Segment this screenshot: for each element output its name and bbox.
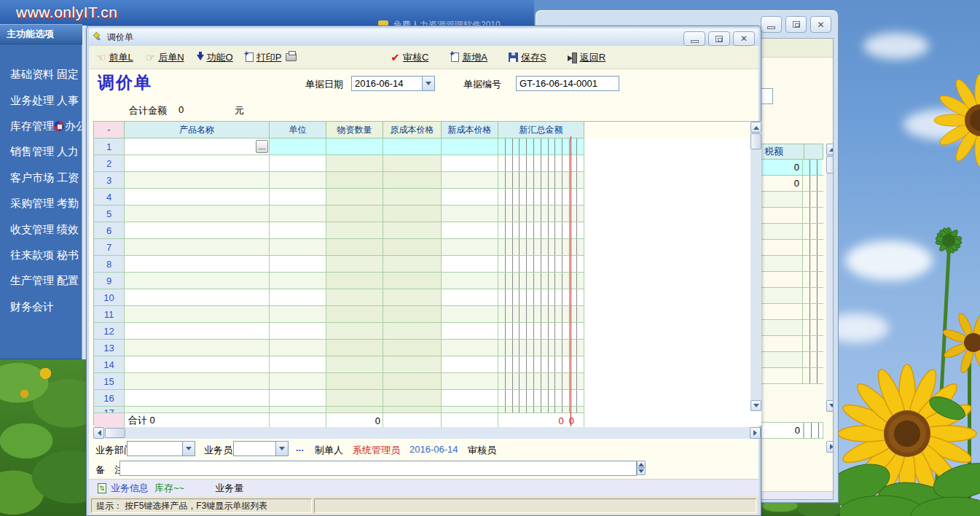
- dropdown-button[interactable]: [182, 442, 195, 456]
- grid-row[interactable]: 3 ...: [94, 172, 761, 189]
- maximize-button[interactable]: [785, 16, 807, 33]
- qty-cell[interactable]: [326, 222, 383, 239]
- new-price-cell[interactable]: [442, 306, 498, 323]
- product-name-cell[interactable]: ...: [125, 390, 270, 407]
- old-price-cell[interactable]: [383, 289, 442, 306]
- qty-cell[interactable]: [326, 323, 383, 340]
- old-price-cell[interactable]: [383, 189, 442, 206]
- product-name-cell[interactable]: ...: [125, 138, 270, 155]
- row-number-cell[interactable]: 14: [94, 356, 125, 373]
- sidebar-item-3[interactable]: 库存管理: [0, 120, 54, 133]
- old-price-cell[interactable]: [383, 273, 442, 289]
- doc-no-input[interactable]: GT-16-06-14-0001: [516, 76, 619, 91]
- close-button[interactable]: ✕: [733, 31, 755, 46]
- qty-cell[interactable]: [326, 206, 383, 222]
- functions-button[interactable]: 功能O: [197, 51, 233, 64]
- unit-cell[interactable]: [270, 222, 326, 239]
- add-button[interactable]: 新增A: [451, 51, 487, 64]
- amount-cell[interactable]: [498, 239, 584, 256]
- amount-cell[interactable]: [498, 373, 584, 390]
- date-combobox[interactable]: 2016-06-14: [351, 76, 435, 91]
- product-name-cell[interactable]: ...: [125, 189, 270, 206]
- sidebar-item-6[interactable]: 采购管理: [0, 197, 57, 211]
- scroll-right-button[interactable]: [750, 427, 761, 439]
- qty-cell[interactable]: [326, 356, 383, 373]
- grid-row[interactable]: 14 ...: [94, 356, 761, 373]
- dialog-title-bar[interactable]: » 调价单: [89, 28, 758, 46]
- old-price-cell[interactable]: [383, 155, 442, 172]
- sidebar-item-right-6[interactable]: 考勤: [57, 197, 79, 211]
- grid-row[interactable]: 13 ...: [94, 340, 761, 356]
- stock-link[interactable]: 库存~~: [154, 482, 184, 495]
- old-price-cell[interactable]: [383, 222, 442, 239]
- qty-cell[interactable]: [326, 273, 383, 289]
- row-number-cell[interactable]: 1: [94, 138, 125, 155]
- spin-up-button[interactable]: [637, 461, 646, 468]
- col-header-unit[interactable]: 单位: [270, 122, 326, 138]
- unit-cell[interactable]: [270, 256, 326, 273]
- grid-horizontal-scrollbar[interactable]: [93, 427, 761, 439]
- sidebar-item-10[interactable]: 财务会计: [0, 300, 57, 314]
- product-name-cell[interactable]: ...: [125, 356, 270, 373]
- row-number-cell[interactable]: 11: [94, 306, 125, 323]
- old-price-cell[interactable]: [383, 306, 442, 323]
- grid-row[interactable]: 12 ...: [94, 323, 761, 340]
- qty-cell[interactable]: [326, 138, 383, 155]
- unit-cell[interactable]: [270, 373, 326, 390]
- product-name-cell[interactable]: ...: [125, 239, 270, 256]
- minimize-button[interactable]: [761, 16, 782, 33]
- grid-row[interactable]: 5 ...: [94, 206, 761, 222]
- row-number-cell[interactable]: 13: [94, 340, 125, 356]
- sidebar-item-8[interactable]: 往来款项: [0, 249, 57, 262]
- new-price-cell[interactable]: [442, 155, 498, 172]
- row-number-cell[interactable]: 12: [94, 323, 125, 340]
- grid-row[interactable]: 1 ...: [94, 138, 761, 155]
- scroll-thumb[interactable]: [105, 428, 125, 438]
- product-picker-button[interactable]: ...: [256, 140, 268, 153]
- unit-cell[interactable]: [270, 390, 326, 407]
- old-price-cell[interactable]: [383, 239, 442, 256]
- product-name-cell[interactable]: ...: [125, 340, 270, 356]
- qty-cell[interactable]: [326, 390, 383, 407]
- dropdown-button[interactable]: [422, 77, 434, 90]
- unit-cell[interactable]: [270, 273, 326, 289]
- amount-cell[interactable]: [498, 356, 584, 373]
- row-number-cell[interactable]: 5: [94, 206, 125, 222]
- row-number-cell[interactable]: 10: [94, 289, 125, 306]
- unit-cell[interactable]: [270, 189, 326, 206]
- minimize-button[interactable]: [683, 31, 705, 46]
- new-price-cell[interactable]: [442, 390, 498, 407]
- col-header-product[interactable]: 产品名称: [125, 122, 270, 138]
- close-button[interactable]: ✕: [810, 16, 831, 33]
- return-button[interactable]: 返回R: [568, 51, 605, 64]
- save-button[interactable]: 保存S: [509, 51, 546, 64]
- row-number-cell[interactable]: 4: [94, 189, 125, 206]
- sidebar-item-7[interactable]: 收支管理: [0, 223, 57, 237]
- grid-row[interactable]: 16 ...: [94, 390, 761, 407]
- old-price-cell[interactable]: [383, 323, 442, 340]
- unit-cell[interactable]: [270, 138, 326, 155]
- sidebar-item-9[interactable]: 生产管理: [0, 274, 57, 288]
- prev-doc-button[interactable]: ☜前单L: [96, 51, 133, 64]
- old-price-cell[interactable]: [383, 390, 442, 407]
- scroll-right-button[interactable]: [826, 441, 834, 453]
- row-number-cell[interactable]: 2: [94, 155, 125, 172]
- dropdown-button[interactable]: [275, 442, 288, 456]
- col-header-old-price[interactable]: 原成本价格: [383, 122, 442, 138]
- qty-cell[interactable]: [326, 306, 383, 323]
- old-price-cell[interactable]: [383, 340, 442, 356]
- grid-row[interactable]: 10 ...: [94, 289, 761, 306]
- product-name-cell[interactable]: ...: [125, 306, 270, 323]
- qty-cell[interactable]: [326, 155, 383, 172]
- remark-input[interactable]: [119, 461, 637, 476]
- print-button[interactable]: 打印P: [246, 51, 282, 64]
- grid-row[interactable]: 15 ...: [94, 373, 761, 390]
- grid-row[interactable]: 9 ...: [94, 273, 761, 289]
- qty-cell[interactable]: [326, 172, 383, 189]
- clerk-combobox[interactable]: [233, 441, 289, 456]
- amount-cell[interactable]: [498, 222, 584, 239]
- old-price-cell[interactable]: [383, 206, 442, 222]
- product-name-cell[interactable]: ...: [125, 323, 270, 340]
- amount-cell[interactable]: [498, 306, 584, 323]
- old-price-cell[interactable]: [383, 172, 442, 189]
